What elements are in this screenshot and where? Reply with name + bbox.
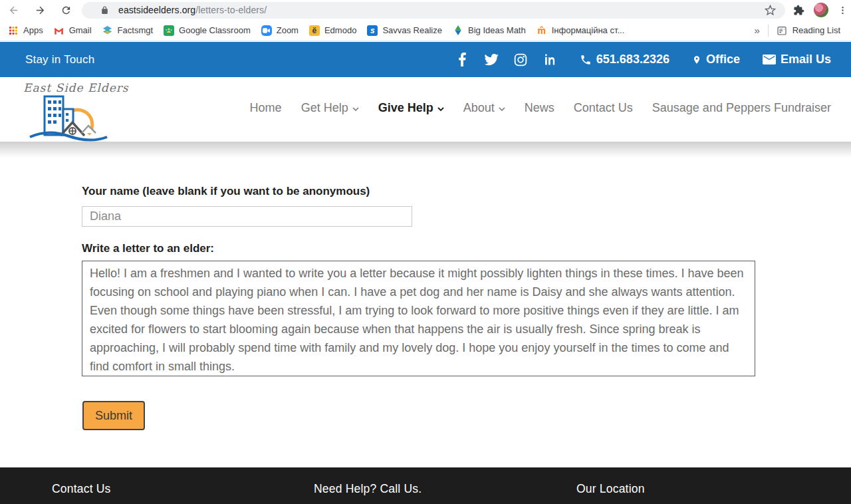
bookmark-label: Edmodo: [324, 25, 356, 35]
zoom-icon: [261, 25, 272, 36]
big-ideas-math-icon: [453, 25, 463, 36]
bookmark-label: Zoom: [277, 25, 299, 35]
reading-list-button[interactable]: Reading List: [777, 25, 840, 36]
email-us-label: Email Us: [781, 53, 831, 66]
nav-about[interactable]: About: [463, 101, 505, 115]
location-pin-icon: [692, 54, 701, 66]
envelope-icon: [763, 55, 776, 64]
bookmark-informatsiina[interactable]: m̂ Інформаційна ст...: [537, 25, 625, 36]
nav-sausage-peppers-fundraiser[interactable]: Sausage and Peppers Fundraiser: [652, 101, 831, 115]
phone-number: 651.683.2326: [596, 53, 669, 66]
profile-avatar[interactable]: [814, 3, 828, 17]
factsmgt-layers-icon: [102, 25, 113, 36]
twitter-icon[interactable]: [484, 53, 499, 67]
bookmarks-overflow-chevron[interactable]: »: [754, 25, 759, 36]
instagram-icon[interactable]: [513, 53, 528, 67]
phone-contact[interactable]: 651.683.2326: [580, 53, 669, 66]
url-path: /letters-to-elders/: [195, 5, 267, 15]
nav-get-help[interactable]: Get Help: [301, 101, 359, 115]
bookmark-big-ideas-math[interactable]: Big Ideas Math: [453, 25, 526, 36]
forward-icon[interactable]: [33, 3, 47, 17]
phone-icon: [580, 54, 592, 66]
email-us-link[interactable]: Email Us: [763, 53, 831, 66]
url-text: eastsideelders.org/letters-to-elders/: [118, 5, 267, 15]
nav-home[interactable]: Home: [250, 101, 282, 115]
savvas-realize-icon: s: [367, 25, 378, 36]
stay-in-touch-label: Stay in Touch: [25, 53, 94, 66]
bookmark-edmodo[interactable]: ë Edmodo: [309, 25, 356, 36]
footer-our-location-heading: Our Location: [576, 482, 645, 496]
site-logo[interactable]: East Side Elders: [23, 81, 130, 145]
moodle-icon: m̂: [537, 25, 547, 36]
chevron-down-icon: [352, 107, 359, 111]
browser-toolbar: eastsideelders.org/letters-to-elders/: [0, 0, 851, 20]
letter-textarea[interactable]: Hello! I am a freshmen and I wanted to w…: [82, 261, 755, 376]
linkedin-icon[interactable]: [543, 53, 557, 67]
back-icon[interactable]: [7, 3, 20, 17]
reload-icon[interactable]: [59, 3, 72, 17]
google-classroom-icon: [164, 25, 174, 36]
bookmark-label: Інформаційна ст...: [552, 25, 625, 35]
lock-icon: [100, 6, 109, 15]
logo-text: East Side Elders: [23, 81, 130, 94]
apps-grid-icon: [8, 25, 19, 36]
address-bar[interactable]: eastsideelders.org/letters-to-elders/: [82, 2, 785, 19]
bookmark-savvas-realize[interactable]: s Savvas Realize: [367, 25, 442, 36]
bookmark-label: Big Ideas Math: [468, 25, 526, 35]
letter-field-label: Write a letter to an elder:: [82, 242, 214, 255]
letter-form-section: Your name (leave blank if you want to be…: [0, 142, 851, 467]
footer-contact-us-heading: Contact Us: [52, 482, 111, 496]
office-label: Office: [706, 53, 740, 66]
bookmark-apps[interactable]: Apps: [8, 25, 43, 36]
extensions-icon[interactable]: [793, 5, 804, 16]
nav-contact-us[interactable]: Contact Us: [574, 101, 633, 115]
bookmark-factsmgt[interactable]: Factsmgt: [102, 25, 153, 36]
edmodo-icon: ë: [309, 25, 320, 36]
facebook-icon[interactable]: [455, 53, 469, 67]
bookmark-label: Apps: [23, 25, 43, 35]
bookmark-label: Gmail: [69, 25, 92, 35]
reading-list-label: Reading List: [792, 25, 840, 35]
bookmark-zoom[interactable]: Zoom: [261, 25, 299, 36]
logo-graphic: [29, 94, 108, 145]
name-input[interactable]: [82, 206, 412, 227]
chevron-down-icon: [437, 107, 444, 111]
bookmarks-divider: [768, 25, 769, 37]
submit-button[interactable]: Submit: [82, 401, 145, 430]
header-shadow: [0, 142, 851, 158]
bookmark-google-classroom[interactable]: Google Classroom: [164, 25, 251, 36]
main-navigation: Home Get Help Give Help About News Conta…: [250, 101, 831, 115]
chevron-down-icon: [499, 107, 505, 111]
url-host: eastsideelders.org: [118, 5, 195, 15]
bookmark-label: Savvas Realize: [382, 25, 442, 35]
site-top-bar: Stay in Touch 651.683.2326 Office: [0, 42, 851, 77]
nav-give-help[interactable]: Give Help: [378, 101, 444, 115]
nav-news[interactable]: News: [525, 101, 554, 115]
bookmark-star-icon[interactable]: [765, 5, 776, 16]
bookmark-label: Factsmgt: [118, 25, 153, 35]
office-link[interactable]: Office: [692, 53, 740, 66]
bookmarks-bar: Apps Gmail Factsmgt Google Classroom Zoo…: [0, 20, 851, 41]
name-field-label: Your name (leave blank if you want to be…: [82, 185, 370, 198]
site-header: East Side Elders Home Get Help: [0, 77, 851, 142]
gmail-icon: [54, 25, 64, 36]
reading-list-icon: [777, 25, 787, 36]
chrome-menu-icon[interactable]: [838, 5, 848, 15]
bookmark-gmail[interactable]: Gmail: [54, 25, 92, 36]
site-footer: Contact Us Need Help? Call Us. Our Locat…: [0, 467, 851, 504]
footer-need-help-heading: Need Help? Call Us.: [314, 482, 422, 496]
bookmark-label: Google Classroom: [179, 25, 251, 35]
